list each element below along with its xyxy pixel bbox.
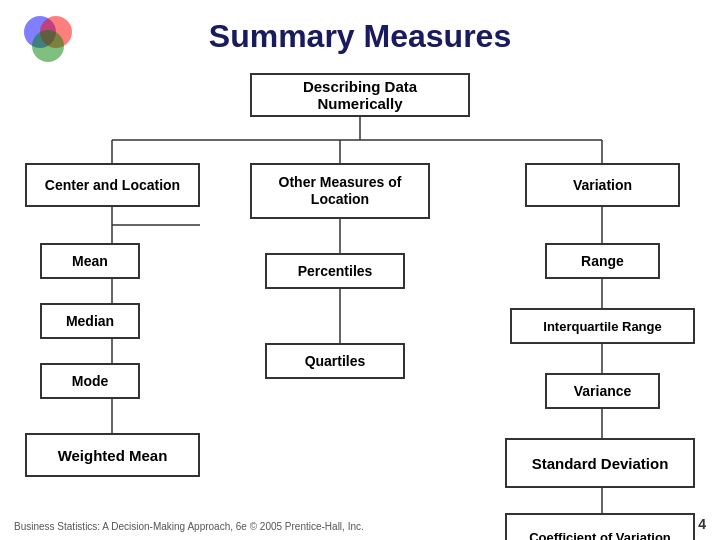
coeff-var-box: Coefficient of Variation [505,513,695,540]
weighted-mean-box: Weighted Mean [25,433,200,477]
root-box: Describing Data Numerically [250,73,470,117]
quartiles-box: Quartiles [265,343,405,379]
footer-text: Business Statistics: A Decision-Making A… [14,521,364,532]
other-measures-box: Other Measures of Location [250,163,430,219]
page-title: Summary Measures [0,0,720,55]
logo [18,12,78,72]
mean-box: Mean [40,243,140,279]
page-number: 4 [698,516,706,532]
diagram: Describing Data Numerically Center and L… [0,73,720,493]
center-location-box: Center and Location [25,163,200,207]
percentiles-box: Percentiles [265,253,405,289]
svg-point-2 [32,30,64,62]
range-box: Range [545,243,660,279]
variation-box: Variation [525,163,680,207]
mode-box: Mode [40,363,140,399]
variance-box: Variance [545,373,660,409]
std-dev-box: Standard Deviation [505,438,695,488]
median-box: Median [40,303,140,339]
iqr-box: Interquartile Range [510,308,695,344]
